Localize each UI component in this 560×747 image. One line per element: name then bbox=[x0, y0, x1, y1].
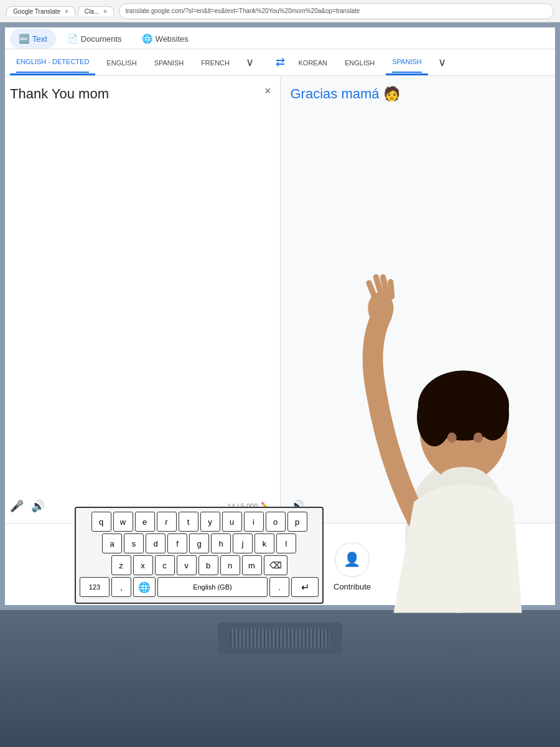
target-language-selector: KOREAN ENGLISH SPANISH ∨ bbox=[292, 49, 551, 75]
key-comma[interactable]: , bbox=[111, 577, 131, 597]
child-figure bbox=[286, 187, 548, 654]
key-globe[interactable]: 🌐 bbox=[133, 577, 156, 597]
lang-spanish-target[interactable]: SPANISH bbox=[386, 49, 427, 75]
tab-translate[interactable]: Google Translate × bbox=[6, 6, 75, 16]
svg-point-6 bbox=[474, 433, 483, 443]
svg-point-3 bbox=[417, 388, 452, 446]
svg-line-10 bbox=[383, 277, 387, 293]
target-lang-more[interactable]: ∨ bbox=[433, 50, 451, 74]
tab-text[interactable]: 🔤 Text bbox=[10, 29, 56, 49]
tab-documents[interactable]: 📄 Documents bbox=[58, 29, 131, 49]
key-space-english-gb[interactable]: English (GB) bbox=[157, 577, 268, 597]
key-t[interactable]: t bbox=[179, 512, 198, 532]
lang-korean-target[interactable]: KOREAN bbox=[292, 50, 334, 75]
keyboard-row-2: a s d f g h j k l bbox=[80, 533, 319, 553]
key-y[interactable]: y bbox=[200, 512, 220, 532]
key-x[interactable]: x bbox=[133, 555, 153, 575]
key-123[interactable]: 123 bbox=[80, 577, 110, 597]
tab-class[interactable]: Cla... × bbox=[78, 6, 114, 16]
lang-swap-button[interactable]: ⇄ bbox=[268, 50, 292, 74]
key-s[interactable]: s bbox=[124, 533, 144, 553]
key-c[interactable]: c bbox=[155, 555, 175, 575]
key-w[interactable]: w bbox=[113, 512, 133, 532]
svg-line-9 bbox=[376, 277, 381, 293]
url-bar[interactable]: translate.google.com/?sl=en&tl=es&text=T… bbox=[119, 3, 554, 19]
key-backspace[interactable]: ⌫ bbox=[264, 555, 287, 575]
mic-icon[interactable]: 🎤 bbox=[10, 499, 24, 513]
source-text-box[interactable]: Thank You mom × 🎤 🔊 14 / 5,000 ✏️ bbox=[0, 76, 281, 523]
source-text: Thank You mom bbox=[10, 86, 270, 494]
lang-french-source[interactable]: FRENCH bbox=[195, 50, 236, 75]
key-f[interactable]: f bbox=[167, 533, 187, 553]
tab-websites[interactable]: 🌐 Websites bbox=[133, 29, 197, 49]
keyboard-row-4: 123 , 🌐 English (GB) . ↵ bbox=[80, 577, 319, 597]
speaker-source-icon[interactable]: 🔊 bbox=[31, 499, 45, 513]
key-q[interactable]: q bbox=[91, 512, 111, 532]
svg-line-11 bbox=[391, 282, 392, 296]
key-j[interactable]: j bbox=[233, 533, 253, 553]
language-selector-row: ENGLISH - DETECTED ENGLISH SPANISH FRENC… bbox=[0, 49, 560, 76]
key-v[interactable]: v bbox=[177, 555, 197, 575]
browser-chrome: Google Translate × Cla... × translate.go… bbox=[0, 0, 560, 22]
source-action-icons: 🎤 🔊 bbox=[10, 499, 45, 513]
lang-english-target[interactable]: ENGLISH bbox=[338, 50, 381, 75]
keyboard-row-1: q w e r t y u i o p bbox=[80, 512, 319, 532]
svg-line-8 bbox=[369, 283, 375, 298]
keyboard-row-3: z x c v b n m ⌫ bbox=[80, 555, 319, 575]
key-g[interactable]: g bbox=[189, 533, 209, 553]
key-b[interactable]: b bbox=[198, 555, 218, 575]
key-e[interactable]: e bbox=[135, 512, 155, 532]
translate-tabs: 🔤 Text 📄 Documents 🌐 Websites bbox=[0, 22, 560, 49]
tab-close-class[interactable]: × bbox=[103, 8, 107, 15]
key-m[interactable]: m bbox=[242, 555, 262, 575]
key-k[interactable]: k bbox=[254, 533, 274, 553]
key-d[interactable]: d bbox=[146, 533, 166, 553]
text-icon: 🔤 bbox=[19, 34, 29, 44]
key-z[interactable]: z bbox=[111, 555, 131, 575]
key-i[interactable]: i bbox=[244, 512, 264, 532]
lang-spanish-source[interactable]: SPANISH bbox=[148, 50, 190, 75]
key-a[interactable]: a bbox=[102, 533, 122, 553]
key-n[interactable]: n bbox=[220, 555, 240, 575]
globe-icon: 🌐 bbox=[142, 34, 152, 44]
svg-point-4 bbox=[477, 388, 510, 440]
tab-area: Google Translate × Cla... × bbox=[6, 6, 114, 16]
tab-close-translate[interactable]: × bbox=[65, 8, 68, 15]
svg-point-5 bbox=[447, 433, 457, 443]
key-h[interactable]: h bbox=[211, 533, 231, 553]
document-icon: 📄 bbox=[67, 34, 78, 44]
lang-english-source[interactable]: ENGLISH bbox=[100, 50, 142, 75]
key-o[interactable]: o bbox=[266, 512, 286, 532]
source-lang-more[interactable]: ∨ bbox=[241, 50, 259, 74]
lang-detected[interactable]: ENGLISH - DETECTED bbox=[10, 49, 95, 75]
source-language-selector: ENGLISH - DETECTED ENGLISH SPANISH FRENC… bbox=[10, 49, 268, 75]
key-r[interactable]: r bbox=[157, 512, 177, 532]
clear-source-button[interactable]: × bbox=[264, 85, 271, 98]
key-u[interactable]: u bbox=[222, 512, 242, 532]
